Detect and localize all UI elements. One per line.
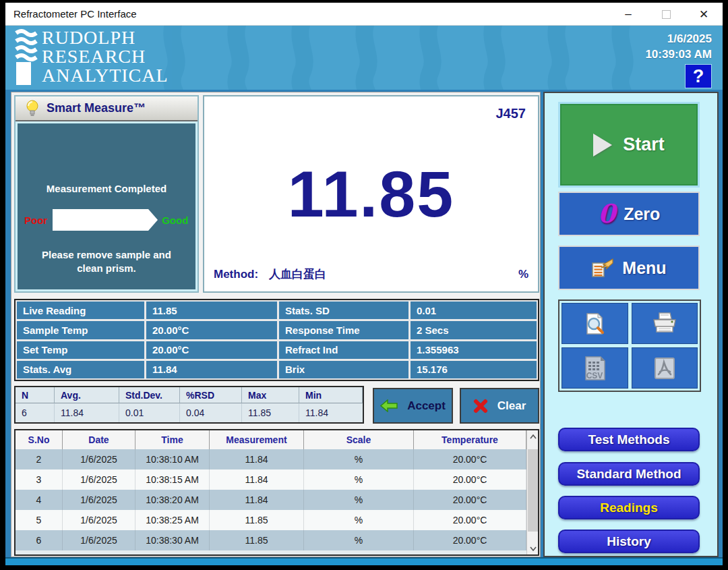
pdf-file-icon bbox=[653, 356, 677, 380]
window-title: Refractometer PC Interface bbox=[13, 8, 137, 20]
readings-table: S.No Date Time Measurement Scale Tempera… bbox=[14, 429, 539, 556]
content-pane: Smart Measure™ Measurement Completed Poo… bbox=[11, 92, 541, 557]
logo-text: RUDOLPH RESEARCH ANALYTICAL bbox=[42, 28, 169, 85]
pdf-export-button[interactable] bbox=[632, 347, 698, 389]
summary-header: Min bbox=[299, 387, 363, 403]
col-header: S.No bbox=[16, 430, 63, 449]
summary-header: %RSD bbox=[180, 387, 242, 403]
summary-value: 0.04 bbox=[180, 403, 242, 422]
readings-scrollbar[interactable] bbox=[526, 430, 538, 554]
accept-arrow-icon bbox=[380, 399, 398, 412]
maximize-icon bbox=[662, 10, 671, 19]
col-header: Measurement bbox=[210, 430, 304, 449]
measurement-value: 11.85 bbox=[204, 121, 538, 266]
stat-label: Stats. SD bbox=[279, 302, 408, 319]
poor-label: Poor bbox=[24, 215, 47, 226]
maximize-button[interactable] bbox=[647, 3, 685, 26]
table-row[interactable]: 5 1/6/2025 10:38:25 AM 11.85 % 20.00°C bbox=[16, 510, 526, 530]
summary-header: Std.Dev. bbox=[119, 387, 180, 403]
start-button[interactable]: Start bbox=[558, 102, 700, 188]
stat-value: 20.00°C bbox=[146, 321, 277, 339]
output-button-grid: CSV bbox=[558, 300, 701, 392]
method-row: Method: 人血白蛋白 % bbox=[204, 266, 538, 291]
summary-value: 0.01 bbox=[119, 403, 180, 422]
standard-method-button[interactable]: Standard Method bbox=[558, 462, 700, 486]
window-titlebar: Refractometer PC Interface – ✕ bbox=[5, 3, 723, 26]
logo-line-1: RUDOLPH bbox=[42, 28, 169, 47]
unit-label: % bbox=[518, 268, 528, 281]
printer-icon bbox=[651, 312, 678, 336]
help-button[interactable]: ? bbox=[685, 64, 712, 88]
quality-bar bbox=[53, 209, 148, 231]
stat-label: Live Reading bbox=[17, 302, 144, 319]
app-header: RUDOLPH RESEARCH ANALYTICAL 1/6/2025 10:… bbox=[5, 26, 723, 90]
summary-header: Avg. bbox=[55, 387, 119, 403]
stat-label: Brix bbox=[279, 361, 408, 378]
print-preview-icon bbox=[582, 312, 607, 336]
zero-icon: 0 bbox=[598, 201, 615, 227]
summary-value: 11.84 bbox=[299, 403, 363, 422]
stat-label: Response Time bbox=[279, 321, 408, 339]
readings-button[interactable]: Readings bbox=[558, 496, 700, 519]
print-button[interactable] bbox=[632, 303, 698, 344]
instrument-model: J457 bbox=[204, 96, 538, 121]
scrollbar-thumb[interactable] bbox=[528, 449, 538, 532]
table-row[interactable]: 3 1/6/2025 10:38:15 AM 11.84 % 20.00°C bbox=[16, 469, 526, 490]
stat-value: 20.00°C bbox=[146, 341, 277, 359]
stat-label: Sample Temp bbox=[17, 321, 144, 339]
zero-button[interactable]: 0 Zero bbox=[558, 192, 700, 236]
test-methods-button[interactable]: Test Methods bbox=[558, 428, 700, 451]
col-header: Time bbox=[135, 430, 210, 449]
table-row[interactable]: 2 1/6/2025 10:38:10 AM 11.84 % 20.00°C bbox=[16, 449, 526, 469]
play-icon bbox=[593, 134, 612, 156]
scroll-down-button[interactable] bbox=[527, 542, 539, 554]
rudolph-waves-icon bbox=[15, 28, 38, 86]
readings-header-row: S.No Date Time Measurement Scale Tempera… bbox=[16, 430, 526, 449]
smart-measure-header: Smart Measure™ bbox=[16, 96, 198, 121]
table-row[interactable]: 4 1/6/2025 10:38:20 AM 11.84 % 20.00°C bbox=[16, 490, 526, 510]
csv-export-button[interactable]: CSV bbox=[562, 347, 628, 389]
window-controls: – ✕ bbox=[609, 3, 723, 26]
summary-value: 11.84 bbox=[55, 403, 119, 422]
smart-measure-panel: Smart Measure™ Measurement Completed Poo… bbox=[14, 95, 199, 293]
stat-label: Set Temp bbox=[17, 341, 144, 359]
stat-value: 11.84 bbox=[146, 361, 277, 378]
method-label: Method: bbox=[214, 268, 258, 281]
live-stats-table: Live Reading 11.85 Stats. SD 0.01 Sample… bbox=[14, 299, 539, 381]
logo-line-3: ANALYTICAL bbox=[42, 66, 169, 85]
smart-measure-title: Smart Measure™ bbox=[47, 101, 146, 115]
rudolph-logo: RUDOLPH RESEARCH ANALYTICAL bbox=[15, 28, 169, 86]
accept-button[interactable]: Accept bbox=[373, 388, 453, 424]
col-header: Date bbox=[63, 430, 135, 449]
chevron-down-icon bbox=[530, 546, 537, 551]
time-text: 10:39:03 AM bbox=[645, 47, 712, 62]
table-row[interactable]: 6 1/6/2025 10:38:30 AM 11.85 % 20.00°C bbox=[16, 530, 526, 550]
scroll-up-button[interactable] bbox=[527, 430, 539, 443]
menu-button[interactable]: Menu bbox=[558, 246, 700, 290]
quality-bar-arrow-icon bbox=[148, 209, 158, 231]
measurement-display: J457 11.85 Method: 人血白蛋白 % bbox=[203, 95, 539, 293]
instruction-text: Please remove sample and clean prism. bbox=[29, 248, 184, 275]
close-button[interactable]: ✕ bbox=[685, 3, 723, 26]
lightbulb-icon bbox=[25, 100, 40, 117]
svg-text:CSV: CSV bbox=[586, 371, 603, 380]
smart-measure-body: Measurement Completed Poor Good Please r… bbox=[16, 121, 198, 291]
logo-line-2: RESEARCH bbox=[42, 47, 169, 66]
quality-bar-row: Poor Good bbox=[18, 209, 195, 231]
stat-value: 15.176 bbox=[411, 361, 537, 378]
summary-value: 11.85 bbox=[242, 403, 299, 422]
clear-button[interactable]: Clear bbox=[460, 388, 539, 424]
minimize-button[interactable]: – bbox=[609, 3, 647, 26]
date-text: 1/6/2025 bbox=[645, 31, 712, 47]
csv-file-icon: CSV bbox=[582, 355, 607, 381]
stat-value: 0.01 bbox=[411, 302, 537, 319]
summary-header: N bbox=[16, 387, 55, 403]
method-value: 人血白蛋白 bbox=[269, 266, 326, 282]
app-window: Refractometer PC Interface – ✕ bbox=[5, 3, 723, 565]
print-preview-button[interactable] bbox=[562, 303, 628, 344]
clear-x-icon bbox=[473, 399, 488, 414]
summary-value: 6 bbox=[16, 403, 55, 422]
stat-label: Refract Ind bbox=[279, 341, 408, 359]
history-button[interactable]: History bbox=[558, 530, 700, 553]
summary-stats-table: N Avg. Std.Dev. %RSD Max Min 6 11.84 0.0… bbox=[14, 386, 364, 424]
